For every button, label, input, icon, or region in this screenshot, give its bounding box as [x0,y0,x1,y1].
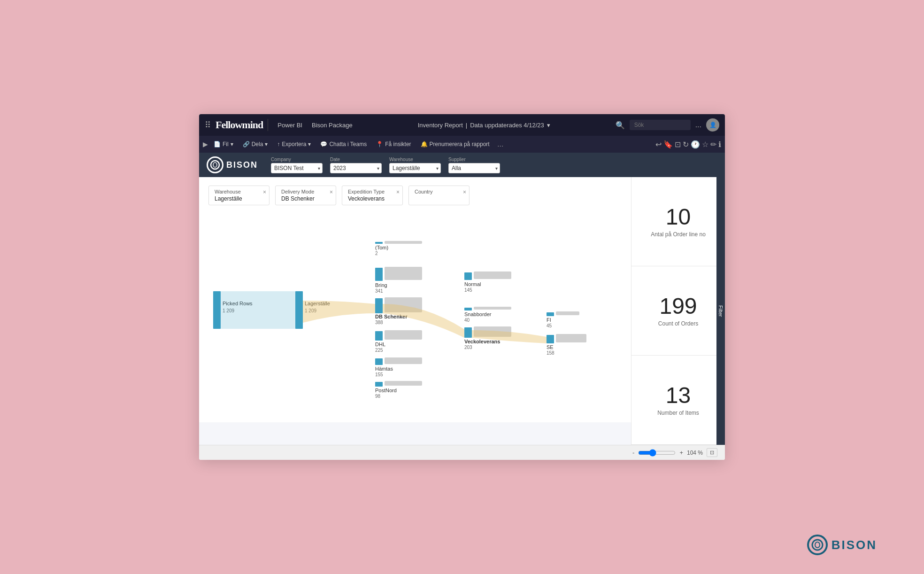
node-picked-rows[interactable] [213,291,221,329]
kpi-items: 13 Number of Items [631,356,725,445]
search-icon: 🔍 [616,121,625,130]
node-dhl[interactable] [375,331,383,341]
app-logo: Fellowmind [216,119,268,131]
flow-picked-lagerstalle [221,291,295,329]
chip-delivery-label: Delivery Mode [281,189,330,194]
grid-icon[interactable]: ⠿ [205,120,211,130]
edit-icon[interactable]: ✏ [710,140,716,149]
chip-expedition-value: Veckoleverans [348,195,397,202]
value-db-schenker: 388 [375,320,383,325]
package-label: Bison Package [312,122,353,129]
bar-dhl [385,330,422,340]
main-content: Warehouse Lagerställe × Delivery Mode DB… [199,177,725,445]
bar-snabborder [474,307,511,310]
toolbar: ▶ 📄 Fil ▾ 🔗 Dela ▾ ↑ Exportera ▾ 💬 Chatt… [199,136,725,153]
supplier-select[interactable]: Alla [448,163,500,173]
node-veckoleverans[interactable] [464,327,472,338]
warehouse-filter: Warehouse Lagerställe [389,157,441,173]
expand-icon[interactable]: ▶ [203,140,208,148]
node-db-schenker[interactable] [375,298,383,313]
bison-bottom-logo: BISON [807,535,877,555]
node-fi[interactable] [547,312,554,316]
kpi-items-label: Number of Items [657,410,699,416]
kpi-count-orders-number: 199 [659,295,697,318]
more-toolbar-icon[interactable]: … [497,140,504,148]
dropdown-arrow[interactable]: ▾ [547,122,550,129]
bottombar: - + 104 % ⊡ [199,445,725,460]
value-se: 158 [547,350,554,356]
teams-icon: 💬 [320,141,327,147]
chip-warehouse-close[interactable]: × [263,189,266,195]
main-window: ⠿ Fellowmind Power BI Bison Package Inve… [199,114,725,460]
fil-button[interactable]: 📄 Fil ▾ [210,139,237,149]
label-hamtas: Hämtas [375,366,393,372]
supplier-filter: Supplier Alla [448,157,500,173]
prenumerera-button[interactable]: 🔔 Prenumerera på rapport [417,139,493,149]
date-select[interactable]: 2023 [330,163,382,173]
fit-button[interactable]: ⊡ [707,448,717,457]
chip-country-close[interactable]: × [463,189,466,195]
supplier-select-wrap: Alla [448,163,500,173]
value-veckoleverans: 203 [464,345,472,350]
node-se[interactable] [547,335,554,343]
powerbi-label: Power BI [273,122,307,129]
exportera-button[interactable]: ↑ Exportera ▾ [273,139,315,149]
insikter-icon: 📍 [376,141,383,147]
kpi-panel: 10 Antal på Order line no 199 Count of O… [631,177,725,445]
topbar-right: 🔍 ... 👤 [616,118,719,132]
date-select-wrap: 2023 [330,163,382,173]
node-postnord[interactable] [375,382,383,387]
insikter-button[interactable]: 📍 Få insikter [372,139,415,149]
svg-point-0 [211,161,219,169]
star-icon[interactable]: ☆ [702,140,708,149]
warehouse-select-wrap: Lagerställe [389,163,441,173]
zoom-slider[interactable] [638,449,676,457]
warehouse-select[interactable]: Lagerställe [389,163,441,173]
date-filter: Date 2023 [330,157,382,173]
fil-icon: 📄 [214,141,221,147]
window-icon[interactable]: ⊡ [675,140,681,149]
node-lagerstalle[interactable] [295,291,303,329]
node-hamtas[interactable] [375,358,383,365]
bookmark-icon[interactable]: 🔖 [663,140,673,149]
zoom-plus-button[interactable]: + [679,449,683,456]
chip-expedition-label: Expedition Type [348,189,397,194]
kpi-order-line: 10 Antal på Order line no [631,177,725,266]
search-input[interactable] [630,120,691,130]
info-icon[interactable]: ℹ [718,140,721,149]
chip-expedition-close[interactable]: × [396,189,400,195]
company-filter: Company BISON Test [271,157,323,173]
topbar: ⠿ Fellowmind Power BI Bison Package Inve… [199,114,725,136]
dela-button[interactable]: 🔗 Dela ▾ [239,139,272,149]
company-label: Company [271,157,323,162]
date-label: Date [330,157,382,162]
company-select-wrap: BISON Test [271,163,323,173]
zoom-minus-button[interactable]: - [632,449,634,456]
chip-delivery: Delivery Mode DB Schenker × [275,186,336,205]
undo-icon[interactable]: ↩ [655,140,662,149]
node-tom[interactable] [375,242,383,244]
chip-warehouse-label: Warehouse [215,189,263,194]
company-select[interactable]: BISON Test [271,163,323,173]
flow-lagerstalle-dbschenker [303,301,375,323]
chip-delivery-close[interactable]: × [330,189,333,195]
avatar[interactable]: 👤 [706,118,719,132]
more-options-icon[interactable]: ... [695,121,701,129]
value-postnord: 98 [375,394,381,399]
label-se: SE [547,344,554,350]
chip-country: Country × [408,186,470,205]
svg-point-3 [815,542,820,548]
value-normal: 145 [464,287,472,293]
clock-icon[interactable]: 🕐 [691,140,700,149]
teams-button[interactable]: 💬 Chatta i Teams [316,139,370,149]
bison-bottom-label: BISON [832,538,877,552]
node-normal[interactable] [464,272,472,280]
bar-se [556,334,586,342]
node-bring[interactable] [375,268,383,281]
refresh-icon[interactable]: ↻ [683,140,689,149]
label-dhl: DHL [375,341,385,347]
bison-circle-icon [207,156,223,173]
filter-side-button[interactable]: Filter [716,177,725,445]
chip-warehouse: Warehouse Lagerställe × [208,186,270,205]
node-snabborder[interactable] [464,308,472,310]
